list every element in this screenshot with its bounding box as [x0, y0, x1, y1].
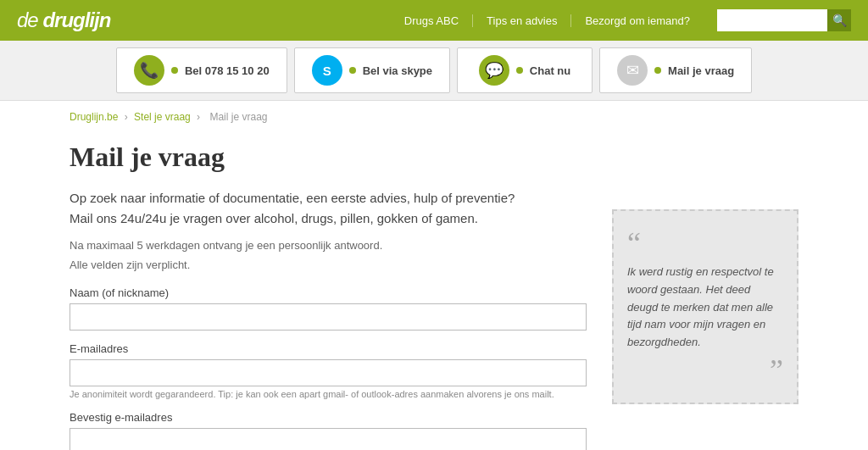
status-dot-skype [349, 67, 356, 74]
required-text: Alle velden zijn verplicht. [70, 258, 587, 271]
contact-mail[interactable]: ✉ Mail je vraag [599, 47, 752, 93]
sidebar: “ Ik werd rustig en respectvol te woord … [612, 142, 798, 450]
contact-skype[interactable]: S Bel via skype [294, 47, 450, 93]
status-dot-chat [516, 67, 523, 74]
label-bevestig-email: Bevestig e-mailadres [70, 411, 587, 424]
contact-form: Naam (of nickname) E-mailadres Je anonim… [70, 286, 587, 450]
mail-label: Mail je vraag [668, 64, 734, 77]
breadcrumb-sep1: › [125, 111, 131, 123]
quote-close-icon: ” [627, 355, 783, 386]
note-text: Na maximaal 5 werkdagen ontvang je een p… [70, 239, 587, 252]
label-email: E-mailadres [70, 342, 587, 355]
intro-line1: Op zoek naar informatie of documentatie,… [70, 188, 587, 229]
skype-label: Bel via skype [363, 64, 432, 77]
form-group-bevestig-email: Bevestig e-mailadres [70, 411, 587, 450]
phone-label: Bel 078 15 10 20 [185, 64, 270, 77]
main-content: Mail je vraag Op zoek naar informatie of… [53, 133, 815, 450]
status-dot-phone [171, 67, 178, 74]
contact-bar: 📞 Bel 078 15 10 20 S Bel via skype 💬 Cha… [0, 41, 868, 101]
breadcrumb: Druglijn.be › Stel je vraag › Mail je vr… [53, 101, 815, 133]
page-title: Mail je vraag [70, 142, 587, 173]
quote-text: Ik werd rustig en respectvol te woord ge… [627, 264, 783, 352]
header: de druglijn Drugs ABC Tips en advies Bez… [0, 0, 868, 41]
quote-box: “ Ik werd rustig en respectvol te woord … [612, 209, 798, 404]
email-hint: Je anonimiteit wordt gegarandeerd. Tip: … [70, 389, 587, 399]
form-group-naam: Naam (of nickname) [70, 286, 587, 331]
breadcrumb-home[interactable]: Druglijn.be [70, 111, 118, 123]
nav-drugs-abc[interactable]: Drugs ABC [391, 14, 473, 27]
search-button[interactable]: 🔍 [827, 9, 851, 31]
skype-icon: S [312, 55, 342, 86]
search-box: 🔍 [717, 9, 851, 31]
breadcrumb-stel[interactable]: Stel je vraag [134, 111, 191, 123]
mail-icon: ✉ [617, 55, 648, 86]
input-bevestig-email[interactable] [70, 428, 587, 450]
chat-icon: 💬 [479, 55, 509, 86]
search-input[interactable] [717, 9, 827, 31]
content-area: Mail je vraag Op zoek naar informatie of… [70, 142, 587, 450]
breadcrumb-current: Mail je vraag [209, 111, 267, 123]
contact-chat[interactable]: 💬 Chat nu [457, 47, 593, 93]
contact-phone[interactable]: 📞 Bel 078 15 10 20 [116, 47, 287, 93]
logo: de druglijn [17, 8, 110, 32]
input-naam[interactable] [70, 303, 587, 331]
nav-tips-advies[interactable]: Tips en advies [473, 14, 571, 27]
label-naam: Naam (of nickname) [70, 286, 587, 299]
chat-label: Chat nu [530, 64, 570, 77]
phone-icon: 📞 [134, 55, 164, 86]
form-group-email: E-mailadres Je anonimiteit wordt gegaran… [70, 342, 587, 399]
input-email[interactable] [70, 359, 587, 386]
main-nav: Drugs ABC Tips en advies Bezorgd om iema… [391, 9, 851, 31]
status-dot-mail [654, 67, 661, 74]
breadcrumb-sep2: › [197, 111, 203, 123]
quote-open-icon: “ [627, 228, 783, 258]
nav-bezorgd[interactable]: Bezorgd om iemand? [571, 14, 704, 27]
